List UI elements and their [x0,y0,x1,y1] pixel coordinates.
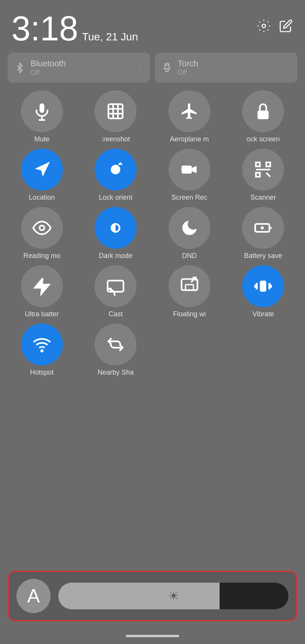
svg-point-21 [40,226,45,231]
svg-rect-30 [185,285,193,290]
hotspot-label: Hotspot [30,368,54,376]
bluetooth-info: Bluetooth Off [30,59,66,77]
mute-label: Mute [34,135,50,143]
location-tile[interactable]: Location [8,149,76,202]
nearbysha-label: Nearby Sha [98,368,134,376]
font-size-button[interactable]: A [16,579,51,613]
time-block: 3:18 Tue, 21 Jun [11,11,138,46]
bluetooth-icon [14,62,25,73]
location-label: Location [29,194,55,202]
nearbysha-circle [95,324,136,365]
floatingwi-tile[interactable]: Floating wi [155,265,224,318]
ultrabattery-tile[interactable]: Ultra batter [8,265,76,318]
batterysave-tile[interactable]: Battery save [229,207,298,260]
vibrate-label: Vibrate [252,310,274,318]
hotspot-circle [21,324,63,365]
screenshot-label: :reenshot [101,135,130,143]
screenrec-circle [169,149,210,191]
torch-arrow: ▲ [284,64,291,71]
floatingwi-label: Floating wi [173,310,206,318]
settings-icon[interactable] [256,18,271,34]
header-icons [256,11,294,34]
ultrabattery-label: Ultra batter [25,310,59,318]
mute-circle [21,90,63,132]
ultrabattery-circle [21,265,63,307]
svg-rect-11 [258,111,269,119]
svg-rect-14 [113,167,118,172]
brightness-icon: ☀ [168,589,179,603]
clock-date: Tue, 21 Jun [82,31,138,43]
torch-info: Torch Off [178,59,198,77]
scanner-tile[interactable]: Scanner [229,149,298,202]
svg-rect-32 [260,280,266,292]
svg-rect-18 [256,173,260,176]
screenrec-label: Screen Rec [172,194,207,202]
svg-rect-6 [109,104,123,119]
top-tiles-row: Bluetooth Off ▲ Torch Off ▲ [0,53,305,87]
svg-rect-17 [266,162,270,166]
bluetooth-name: Bluetooth [30,59,66,69]
torch-tile[interactable]: Torch Off ▲ [155,53,297,83]
lockscreen-tile[interactable]: ock screen [229,90,298,143]
lockorient-label: Lock orient [99,194,132,202]
svg-point-0 [262,24,266,28]
bluetooth-status: Off [30,69,66,77]
dnd-label: DND [182,252,197,260]
brightness-fill [220,583,289,609]
mute-tile[interactable]: Mute [8,90,76,143]
dnd-tile[interactable]: DND [155,207,224,260]
darkmode-label: Dark mode [99,252,132,260]
lockscreen-circle [242,90,284,132]
screenshot-circle [95,90,136,132]
cast-tile[interactable]: Cast [82,265,150,318]
brightness-slider[interactable]: ☀ [58,583,289,609]
torch-icon [162,62,172,73]
aeroplane-tile[interactable]: Aeroplane m [155,90,224,143]
font-letter: A [27,585,40,607]
readingmode-label: Reading mo [23,252,60,260]
darkmode-circle [95,207,136,249]
svg-rect-1 [165,63,169,65]
batterysave-circle [242,207,284,249]
location-circle [21,149,63,191]
darkmode-tile[interactable]: Dark mode [82,207,150,260]
floatingwi-circle [169,265,210,307]
scanner-circle [242,149,284,191]
svg-marker-12 [35,162,50,177]
batterysave-label: Battery save [244,252,282,260]
edit-icon[interactable] [278,18,294,34]
vibrate-circle [242,265,284,307]
status-header: 3:18 Tue, 21 Jun [0,0,305,50]
cast-circle [95,265,136,307]
nearbysha-tile[interactable]: Nearby Sha [82,324,150,376]
clock-time: 3:18 [11,11,78,46]
svg-line-20 [266,173,270,176]
readingmode-circle [21,207,63,249]
screenshot-tile[interactable]: :reenshot [82,90,150,143]
scanner-label: Scanner [250,194,276,202]
bottom-bar: A ☀ [8,571,297,621]
quick-settings-grid: Mute :reenshot Aeroplane m [0,87,305,380]
bluetooth-arrow: ▲ [137,64,143,71]
torch-name: Torch [178,59,198,69]
cast-label: Cast [109,310,123,318]
vibrate-tile[interactable]: Vibrate [229,265,298,318]
lockorient-tile[interactable]: Lock orient [82,149,150,202]
aeroplane-circle [169,90,210,132]
lockscreen-label: ock screen [247,135,280,143]
dnd-circle [169,207,210,249]
svg-rect-15 [181,166,192,174]
readingmode-tile[interactable]: Reading mo [8,207,76,260]
svg-rect-16 [256,162,260,166]
hotspot-tile[interactable]: Hotspot [8,324,76,376]
svg-rect-2 [166,69,169,71]
bluetooth-tile[interactable]: Bluetooth Off ▲ [8,53,150,83]
torch-status: Off [178,69,198,77]
lockorient-circle [95,149,136,191]
home-indicator [126,635,179,637]
screenrec-tile[interactable]: Screen Rec [155,149,224,202]
aeroplane-label: Aeroplane m [170,135,209,143]
svg-point-37 [41,350,43,352]
